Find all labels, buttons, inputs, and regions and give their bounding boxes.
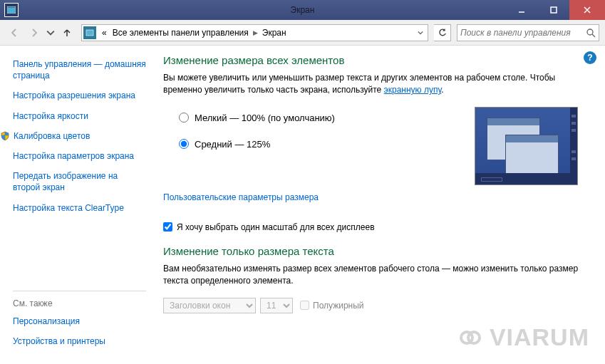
desc-resize-all: Вы можете увеличить или уменьшить размер… [163, 72, 585, 97]
sidebar-link-project[interactable]: Передать изображение на второй экран [13, 170, 146, 193]
scale-radio-medium[interactable]: Средний — 125% [179, 139, 335, 150]
close-button[interactable] [569, 0, 605, 20]
minimize-button[interactable] [505, 0, 537, 20]
svg-rect-3 [551, 7, 557, 13]
desc-text-only: Вам необязательно изменять размер всех э… [163, 263, 585, 288]
bold-checkbox[interactable] [300, 301, 309, 310]
custom-size-link[interactable]: Пользовательские параметры размера [163, 192, 319, 202]
search-input[interactable] [460, 28, 586, 38]
svg-rect-1 [8, 8, 15, 13]
breadcrumb-sep-icon: ▶ [253, 29, 258, 36]
location-icon [83, 26, 96, 39]
scale-radio-small-input[interactable] [179, 113, 189, 123]
scale-radio-medium-input[interactable] [179, 139, 189, 149]
sidebar-link-personalization[interactable]: Персонализация [13, 316, 146, 327]
preview-image [475, 107, 578, 185]
refresh-button[interactable] [434, 24, 451, 41]
scale-radio-small-label: Мелкий — 100% (по умолчанию) [195, 113, 335, 123]
heading-resize-all: Изменение размера всех элементов [163, 54, 585, 66]
sidebar: Панель управления — домашняя страница На… [0, 46, 153, 364]
bold-checkbox-wrap[interactable]: Полужирный [300, 301, 364, 311]
window-title: Экран [291, 5, 315, 15]
svg-point-7 [587, 29, 593, 35]
magnifier-link[interactable]: экранную лупу [384, 85, 442, 95]
single-scale-label: Я хочу выбрать один масштаб для всех дис… [177, 222, 375, 232]
maximize-button[interactable] [537, 0, 569, 20]
nav-bar: « Все элементы панели управления ▶ Экран [0, 20, 605, 46]
sidebar-link-resolution[interactable]: Настройка разрешения экрана [13, 90, 146, 101]
font-size-select[interactable]: 11 [260, 298, 293, 313]
bold-label: Полужирный [313, 301, 364, 311]
see-also-label: См. также [13, 298, 146, 308]
element-select[interactable]: Заголовки окон [163, 298, 256, 313]
breadcrumb-current[interactable]: Экран [259, 25, 289, 41]
desc-text-a: Вы можете увеличить или уменьшить размер… [163, 73, 555, 95]
single-scale-checkbox[interactable] [163, 222, 172, 232]
scale-radio-medium-label: Средний — 125% [195, 139, 270, 150]
sidebar-link-calibration[interactable]: Калибровка цветов [14, 130, 90, 142]
sidebar-link-brightness[interactable]: Настройка яркости [13, 110, 146, 122]
up-button[interactable] [58, 24, 76, 41]
desc-text-b: . [441, 85, 443, 95]
recent-dropdown[interactable] [46, 24, 56, 41]
search-icon [586, 28, 596, 38]
breadcrumb-parent[interactable]: Все элементы панели управления [110, 25, 252, 41]
forward-button[interactable] [26, 24, 43, 41]
help-icon[interactable]: ? [584, 51, 596, 64]
back-button[interactable] [6, 24, 23, 41]
sidebar-link-cleartype[interactable]: Настройка текста ClearType [13, 202, 146, 214]
breadcrumb-prefix[interactable]: « [99, 25, 110, 41]
heading-text-only: Изменение только размера текста [163, 245, 585, 257]
address-dropdown[interactable] [413, 25, 426, 41]
svg-rect-6 [86, 30, 93, 36]
sidebar-link-params[interactable]: Настройка параметров экрана [13, 150, 146, 162]
shield-icon [0, 131, 10, 141]
scale-radio-small[interactable]: Мелкий — 100% (по умолчанию) [179, 113, 335, 123]
title-bar: Экран [0, 0, 605, 20]
main-content: ? Изменение размера всех элементов Вы мо… [153, 46, 605, 364]
search-box[interactable] [457, 24, 599, 41]
address-bar[interactable]: « Все элементы панели управления ▶ Экран [81, 24, 428, 41]
watermark-text: VIARUM [490, 323, 589, 351]
watermark: VIARUM [454, 323, 589, 351]
sidebar-link-devices[interactable]: Устройства и принтеры [13, 336, 146, 347]
app-icon [4, 3, 19, 17]
svg-line-8 [592, 34, 595, 37]
sidebar-link-home[interactable]: Панель управления — домашняя страница [13, 58, 146, 81]
